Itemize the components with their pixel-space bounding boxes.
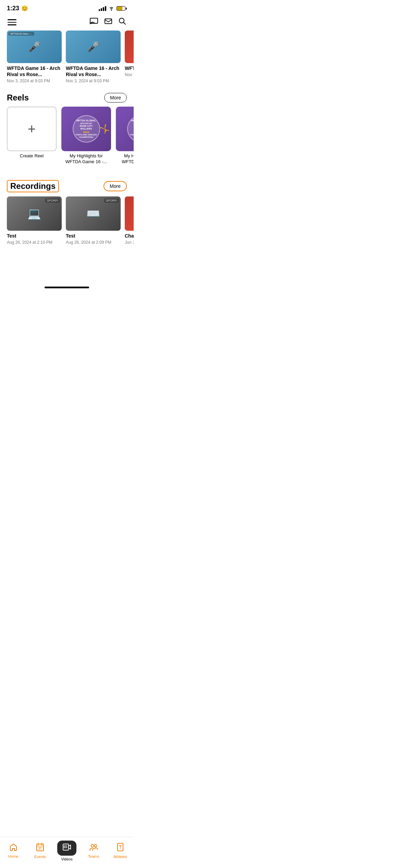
status-icons bbox=[99, 6, 127, 11]
video-card[interactable]: WFTDA All Stars • ... 🎤 WFTDA Game 16 - … bbox=[7, 31, 62, 83]
svg-line-5 bbox=[123, 22, 125, 24]
video-date: Nov 3, 2024 bbox=[125, 72, 134, 77]
recording-thumbnail: ⌨️ SPORFI bbox=[66, 196, 121, 231]
recording-card[interactable]: ⌨️ SPORFI Test Aug 26, 2024 at 2:09 PM bbox=[66, 196, 121, 245]
sporfi-tag: SPORFI bbox=[45, 198, 60, 203]
recordings-title: Recordings bbox=[7, 180, 59, 192]
signal-icon bbox=[99, 6, 106, 11]
create-reel-thumb: + bbox=[7, 107, 57, 151]
recording-date: Aug 26, 2024 at 2:10 PM bbox=[7, 240, 62, 245]
reels-title: Reels bbox=[7, 93, 29, 103]
mail-icon[interactable] bbox=[104, 18, 112, 27]
video-date: Nov 3, 2024 at 9:03 PM bbox=[7, 79, 62, 83]
reels-row: + Create Reel WFTDA GLOBAL HOSTED BY ROS… bbox=[0, 107, 134, 170]
recording-date: Jun 16, 2024 bbox=[125, 240, 134, 245]
sporfi-tag: SPORFI bbox=[104, 198, 119, 203]
recordings-section-header: Recordings More bbox=[0, 170, 134, 196]
top-nav bbox=[0, 14, 134, 31]
recording-title: Test bbox=[7, 233, 62, 239]
recording-thumbnail: 💻 SPORFI bbox=[7, 196, 62, 231]
wftda-badge: WFTDA GLOBAL HOSTED BY ROSE CITY ROLLERS… bbox=[127, 115, 134, 143]
recording-date: Aug 26, 2024 at 2:09 PM bbox=[66, 240, 121, 245]
reel-title: My Highlights for WFTDA Game 15 - bbox=[116, 153, 134, 165]
create-reel-label: Create Reel bbox=[7, 153, 57, 159]
battery-icon bbox=[117, 6, 127, 11]
reel-thumbnail: WFTDA GLOBAL HOSTED BY ROSE CITY ROLLERS… bbox=[116, 107, 134, 151]
reels-more-button[interactable]: More bbox=[104, 93, 127, 103]
recording-title: Test bbox=[66, 233, 121, 239]
status-emoji: 😊 bbox=[21, 5, 28, 12]
wftda-badge: WFTDA GLOBAL HOSTED BY ROSE CITY ROLLERS… bbox=[73, 115, 100, 143]
reel-card[interactable]: WFTDA GLOBAL HOSTED BY ROSE CITY ROLLERS… bbox=[116, 107, 134, 165]
recordings-more-button[interactable]: More bbox=[104, 181, 127, 191]
recordings-row: 💻 SPORFI Test Aug 26, 2024 at 2:10 PM ⌨️… bbox=[0, 196, 134, 250]
video-title: WFTDA Game 16 - Arch Rival vs Rose... bbox=[7, 65, 62, 77]
video-thumbnail: 🎤 bbox=[66, 31, 121, 63]
status-time: 1:23 bbox=[7, 5, 19, 12]
create-reel-card[interactable]: + Create Reel bbox=[7, 107, 57, 165]
recording-card[interactable]: 🏆 Champio Game Jun 16, 2024 bbox=[125, 196, 134, 245]
home-indicator bbox=[45, 287, 89, 288]
svg-point-0 bbox=[111, 10, 112, 11]
reels-section-header: Reels More bbox=[0, 86, 134, 107]
wifi-icon bbox=[108, 6, 114, 11]
svg-rect-3 bbox=[105, 19, 112, 24]
status-bar: 1:23 😊 bbox=[0, 0, 134, 14]
reel-thumbnail: WFTDA GLOBAL HOSTED BY ROSE CITY ROLLERS… bbox=[61, 107, 111, 151]
recent-videos-row: WFTDA All Stars • ... 🎤 WFTDA Game 16 - … bbox=[0, 31, 134, 86]
video-card[interactable]: 🏒 WFTDA G VRDL vs Nov 3, 2024 bbox=[125, 31, 134, 83]
cast-icon[interactable] bbox=[90, 18, 98, 27]
recording-thumbnail: 🏆 bbox=[125, 196, 134, 231]
reel-title: My Highlights for WFTDA Game 16 -... bbox=[61, 153, 111, 165]
reel-card[interactable]: WFTDA GLOBAL HOSTED BY ROSE CITY ROLLERS… bbox=[61, 107, 111, 165]
video-date: Nov 3, 2024 at 9:03 PM bbox=[66, 79, 121, 83]
video-title: WFTDA G VRDL vs bbox=[125, 65, 134, 71]
video-thumbnail: WFTDA All Stars • ... 🎤 bbox=[7, 31, 62, 63]
recording-card[interactable]: 💻 SPORFI Test Aug 26, 2024 at 2:10 PM bbox=[7, 196, 62, 245]
video-card[interactable]: 🎤 WFTDA Game 16 - Arch Rival vs Rose... … bbox=[66, 31, 121, 83]
video-title: WFTDA Game 16 - Arch Rival vs Rose... bbox=[66, 65, 121, 77]
recording-title: Champio Game bbox=[125, 233, 134, 239]
menu-button[interactable] bbox=[8, 19, 16, 25]
video-thumbnail: 🏒 bbox=[125, 31, 134, 63]
search-icon[interactable] bbox=[119, 17, 126, 27]
